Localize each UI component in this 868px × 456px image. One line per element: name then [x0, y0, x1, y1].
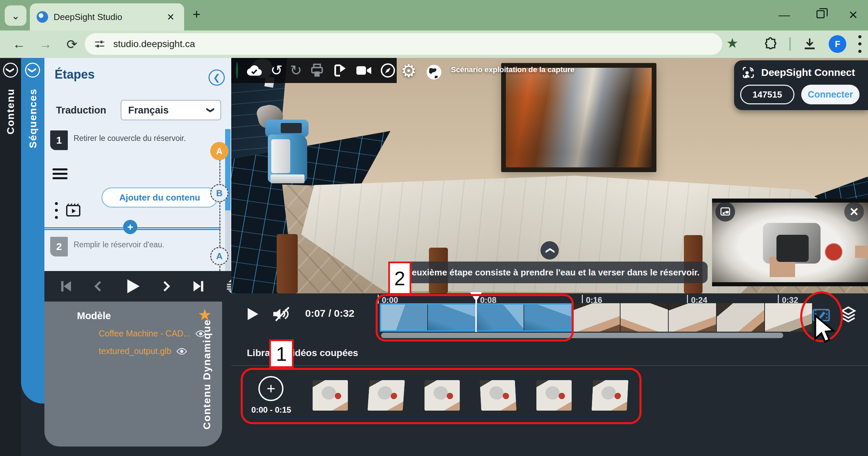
compass-icon[interactable] — [380, 62, 396, 79]
connect-person-icon — [741, 65, 756, 80]
chevron-down-icon: ❯ — [206, 107, 215, 113]
tab-close-icon[interactable]: ✕ — [164, 10, 177, 24]
library-title: Librairie vidéos coupées — [247, 348, 358, 358]
expand-timeline-icon[interactable]: ❯ — [540, 241, 559, 260]
print-icon[interactable] — [309, 63, 325, 78]
video-timeline: 0:07 / 0:32 0:00 0:08 0:16 0:24 0:32 — [231, 293, 868, 339]
model-item-label: textured_output.glb — [99, 346, 171, 356]
tick-mark — [778, 295, 779, 304]
step-1-badge[interactable]: 1 — [50, 130, 68, 150]
clip-frame[interactable] — [572, 303, 620, 332]
scene-painting — [501, 63, 656, 172]
etapes-panel: Étapes ❮ Traduction Français ❯ 1 Retirer… — [44, 58, 231, 271]
model-item[interactable]: textured_output.glb — [99, 346, 188, 356]
new-tab-button[interactable]: + — [193, 7, 200, 21]
chevron-down-icon[interactable]: ❯ — [3, 63, 18, 78]
undo-icon[interactable]: ↺ — [271, 63, 282, 78]
annotation-rect-timeline — [376, 294, 574, 341]
play-video-icon[interactable] — [243, 306, 260, 323]
annotation-box-2: 2 — [388, 262, 411, 295]
export-icon[interactable] — [332, 63, 348, 78]
model-title: Modèle — [77, 310, 111, 322]
forward-button[interactable]: → — [38, 37, 53, 51]
pip-close-icon[interactable]: ✕ — [844, 202, 864, 222]
step-2-badge[interactable]: 2 — [50, 237, 68, 256]
next-icon[interactable] — [160, 278, 173, 294]
narration-caption: deuxième étape consiste à prendre l'eau … — [398, 262, 708, 283]
back-button[interactable]: ← — [12, 37, 26, 51]
mouse-cursor — [812, 314, 835, 346]
connecter-button[interactable]: Connecter — [801, 85, 860, 104]
model-item-label: Coffee Machine - CAD... — [99, 329, 190, 338]
window-restore-button[interactable] — [816, 10, 825, 18]
clip-library: Librairie vidéos coupées + 0:00 - 0:15 — [231, 339, 868, 456]
video-camera-icon[interactable] — [355, 64, 372, 77]
browser-tab[interactable]: DeepSight Studio ✕ — [30, 3, 184, 30]
skip-end-icon[interactable] — [191, 278, 206, 294]
annotation-rect-library — [241, 368, 642, 424]
time-display: 0:07 / 0:32 — [305, 308, 354, 319]
profile-avatar[interactable]: F — [829, 35, 846, 53]
home-sphere-icon[interactable] — [236, 62, 238, 79]
connect-title: DeepSight Connect — [761, 67, 855, 78]
deepsight-connect-panel: DeepSight Connect 147515 Connecter — [734, 60, 868, 110]
sidebar-tab-sequences-label: Séquences — [27, 88, 39, 148]
drag-handle-icon[interactable] — [53, 168, 67, 182]
globe-icon[interactable] — [425, 63, 443, 81]
reload-button[interactable]: ⟳ — [64, 37, 79, 52]
add-content-button[interactable]: Ajouter du contenu — [101, 187, 218, 208]
redo-icon[interactable]: ↻ — [290, 63, 302, 78]
scene-table-leg — [277, 234, 298, 293]
video-content-icon[interactable] — [65, 203, 81, 217]
previous-icon[interactable] — [91, 278, 105, 294]
url-bar[interactable]: studio.deepsight.ca — [85, 33, 722, 55]
window-close-button[interactable]: ✕ — [848, 8, 858, 22]
step-options-icon[interactable]: ••• — [55, 200, 58, 221]
eye-icon[interactable] — [176, 347, 188, 355]
sidebar-tab-contenu[interactable]: ❯ Contenu — [0, 58, 21, 456]
language-value: Français — [128, 105, 169, 116]
mute-speaker-icon[interactable] — [271, 306, 292, 323]
scenario-title: Scénario exploitation de la capture — [451, 65, 574, 74]
site-settings-icon[interactable] — [94, 38, 106, 50]
viewport-toolbar: ↺ ↻ — [231, 58, 397, 83]
annotation-box-1: 1 — [269, 339, 294, 368]
library-divider — [231, 365, 868, 366]
play-sequence-icon[interactable] — [122, 276, 142, 296]
browser-menu-icon[interactable]: ••• — [858, 33, 862, 55]
collapse-panel-button[interactable]: ❮ — [209, 69, 225, 86]
clip-frame[interactable] — [620, 303, 669, 332]
model-item[interactable]: Coffee Machine - CAD... — [99, 329, 206, 338]
clip-frame[interactable] — [669, 303, 717, 332]
tick-mark — [582, 295, 583, 304]
clip-frame[interactable] — [717, 303, 765, 332]
tab-title: DeepSight Studio — [54, 12, 159, 22]
sidebar-tab-contenu-label: Contenu — [5, 88, 16, 134]
bookmark-star-icon[interactable]: ★ — [726, 35, 738, 51]
pip-video-overlay[interactable]: ✕ — [712, 199, 868, 286]
window-minimize-button[interactable]: — — [778, 8, 790, 21]
step-1-marker-a[interactable]: A — [210, 142, 229, 160]
tab-search-button[interactable]: ⌄ — [5, 5, 26, 26]
step-1-text[interactable]: Retirer le couvercle du réservoir. — [74, 134, 186, 143]
step-2-marker-a[interactable]: A — [210, 247, 229, 265]
chevron-down-icon[interactable]: ❯ — [25, 63, 40, 78]
insert-step-button[interactable]: + — [123, 220, 137, 234]
viewport-3d[interactable]: ↺ ↻ ⚙ Scénario exploitation de la captur… — [231, 58, 868, 293]
download-icon[interactable] — [802, 37, 817, 51]
session-code: 147515 — [740, 85, 794, 104]
language-select[interactable]: Français ❯ — [121, 100, 221, 120]
tab-contenu-dynamique[interactable]: Contenu Dynamique — [201, 315, 213, 434]
tick-mark — [687, 295, 688, 304]
sequence-playback-bar — [44, 271, 231, 302]
deepsight-favicon-icon — [37, 11, 48, 23]
toolbar-separator — [789, 37, 791, 51]
step-2-text[interactable]: Remplir le réservoir d'eau. — [74, 240, 164, 249]
cloud-save-icon[interactable] — [245, 63, 263, 78]
settings-gear-icon[interactable]: ⚙ — [401, 61, 417, 81]
extensions-icon[interactable] — [763, 37, 778, 51]
sidebar-tab-sequences[interactable]: ❯ Séquences — [21, 58, 44, 403]
pip-resize-icon[interactable] — [715, 202, 735, 222]
skip-start-icon[interactable] — [58, 278, 74, 294]
step-1-marker-b[interactable]: B — [210, 184, 229, 202]
